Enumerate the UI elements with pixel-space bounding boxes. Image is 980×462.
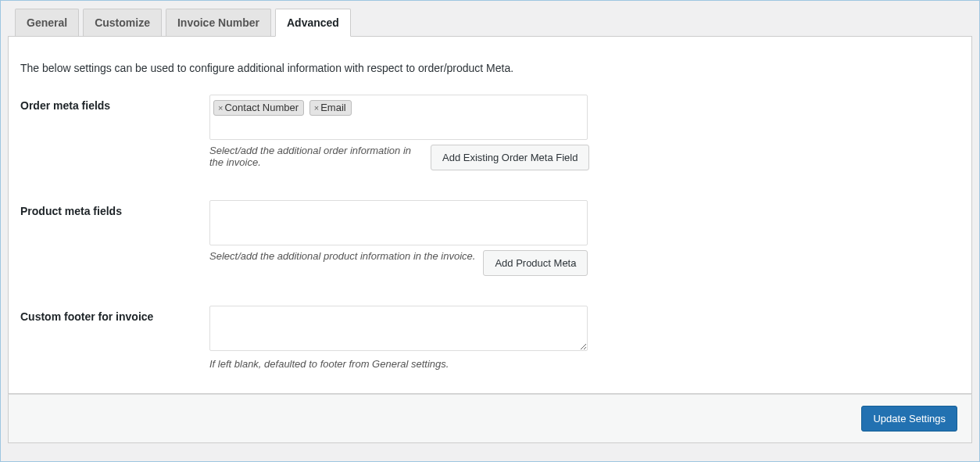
tab-label: General	[27, 16, 67, 29]
hint-product-meta: Select/add the additional product inform…	[209, 250, 475, 262]
advanced-panel: The below settings can be used to config…	[8, 36, 972, 394]
close-icon[interactable]: ×	[218, 103, 223, 113]
update-settings-button[interactable]: Update Settings	[861, 406, 957, 432]
tab-label: Customize	[95, 16, 150, 29]
tab-general[interactable]: General	[15, 9, 79, 37]
custom-footer-textarea[interactable]	[209, 306, 588, 351]
bottom-bar: Update Settings	[8, 394, 972, 443]
settings-page: General Customize Invoice Number Advance…	[0, 0, 980, 462]
field-custom-footer: If left blank, defaulted to footer from …	[209, 306, 600, 370]
row-custom-footer: Custom footer for invoice If left blank,…	[20, 306, 960, 370]
tab-label: Invoice Number	[177, 16, 259, 29]
label-order-meta: Order meta fields	[20, 95, 209, 112]
chip-label: Contact Number	[224, 102, 299, 113]
tabs: General Customize Invoice Number Advance…	[15, 8, 972, 36]
field-order-meta: ×Contact Number ×Email Select/add the ad…	[209, 95, 600, 170]
chip-label: Email	[320, 102, 346, 113]
tab-advanced[interactable]: Advanced	[275, 9, 351, 37]
tab-invoice-number[interactable]: Invoice Number	[166, 9, 271, 37]
tab-customize[interactable]: Customize	[83, 9, 162, 37]
row-product-meta: Product meta fields Select/add the addit…	[20, 200, 960, 276]
tab-label: Advanced	[287, 16, 339, 29]
intro-text: The below settings can be used to config…	[20, 62, 960, 74]
add-existing-order-meta-button[interactable]: Add Existing Order Meta Field	[431, 145, 589, 170]
field-product-meta: Select/add the additional product inform…	[209, 200, 600, 276]
chip-email[interactable]: ×Email	[309, 100, 352, 116]
label-custom-footer: Custom footer for invoice	[20, 306, 209, 323]
product-meta-tagbox[interactable]	[209, 200, 588, 245]
order-meta-tagbox[interactable]: ×Contact Number ×Email	[209, 95, 588, 140]
close-icon[interactable]: ×	[314, 103, 319, 113]
hint-order-meta: Select/add the additional order informat…	[209, 145, 424, 168]
row-order-meta: Order meta fields ×Contact Number ×Email…	[20, 95, 960, 170]
chip-contact-number[interactable]: ×Contact Number	[213, 100, 304, 116]
label-product-meta: Product meta fields	[20, 200, 209, 217]
hint-custom-footer: If left blank, defaulted to footer from …	[209, 358, 600, 370]
add-product-meta-button[interactable]: Add Product Meta	[483, 250, 588, 276]
